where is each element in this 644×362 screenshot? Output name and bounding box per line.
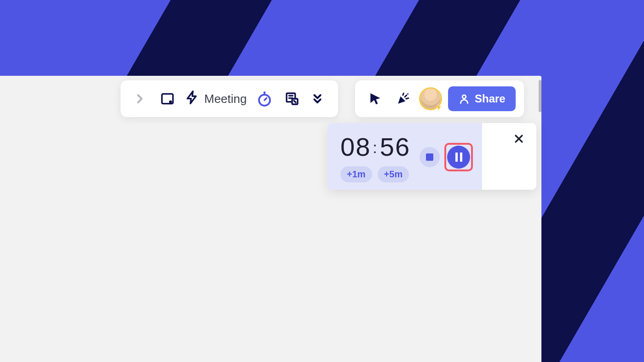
share-button[interactable]: Share [448, 86, 516, 111]
timer-seconds: 56 [380, 132, 410, 162]
stop-timer-button[interactable] [420, 147, 440, 167]
frame-icon [160, 91, 175, 106]
pause-icon [447, 146, 470, 169]
main-toolbar: Meeting [121, 80, 338, 117]
stop-icon [426, 153, 433, 161]
meeting-mode-button[interactable]: Meeting [185, 90, 247, 108]
pause-timer-button[interactable] [444, 143, 473, 171]
timer-panel: 08 : 56 +1m +5m [328, 123, 536, 190]
more-tools-button[interactable] [310, 89, 325, 109]
double-chevron-down-icon [310, 91, 325, 106]
timer-button[interactable] [254, 89, 275, 109]
timer-side [482, 123, 536, 190]
canvas-area[interactable] [0, 76, 541, 362]
facilitator-badge-icon [434, 102, 443, 112]
person-icon [458, 93, 470, 105]
svg-line-12 [406, 98, 408, 99]
cursor-button[interactable] [365, 89, 385, 109]
timer-body: 08 : 56 +1m +5m [328, 123, 482, 190]
timer-colon: : [371, 139, 380, 157]
confetti-icon [396, 91, 410, 106]
stopwatch-icon [256, 90, 273, 107]
timer-display: 08 : 56 [340, 132, 410, 162]
timer-minutes: 08 [340, 132, 371, 162]
collaboration-toolbar: Share [355, 80, 524, 117]
meeting-label: Meeting [204, 92, 247, 106]
svg-line-11 [405, 95, 407, 97]
chevron-right-icon [132, 91, 147, 106]
share-label: Share [475, 92, 506, 105]
add-5m-button[interactable]: +5m [378, 166, 409, 182]
cursor-icon [368, 91, 383, 106]
reactions-button[interactable] [393, 89, 413, 109]
svg-line-13 [403, 93, 403, 95]
close-timer-button[interactable] [513, 133, 524, 144]
lightning-icon [185, 90, 200, 108]
svg-line-5 [264, 98, 267, 101]
frames-button[interactable] [157, 89, 178, 109]
svg-point-15 [462, 95, 466, 99]
user-avatar[interactable] [420, 89, 441, 109]
voting-button[interactable] [282, 89, 302, 109]
expand-toolbar-button[interactable] [130, 89, 150, 109]
poll-icon [285, 91, 299, 106]
add-1m-button[interactable]: +1m [340, 166, 372, 182]
close-icon [513, 133, 524, 144]
svg-point-14 [407, 93, 408, 95]
vertical-scrollbar[interactable] [539, 80, 541, 112]
svg-point-1 [169, 100, 172, 103]
